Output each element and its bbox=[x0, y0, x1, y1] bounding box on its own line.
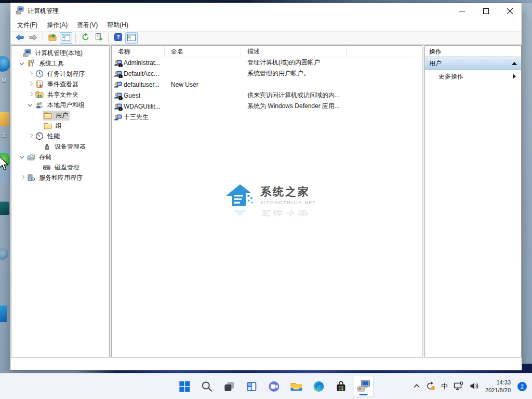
chevron-collapsed-icon[interactable] bbox=[27, 132, 34, 140]
up-one-level-icon bbox=[48, 33, 57, 43]
tree-item-groups[interactable]: 组 bbox=[11, 121, 109, 131]
user-disabled-icon: ↓ bbox=[114, 70, 122, 78]
back-icon bbox=[16, 34, 24, 43]
forward-button[interactable] bbox=[27, 32, 39, 44]
computer-management-icon bbox=[16, 6, 24, 16]
up-one-level-button[interactable] bbox=[46, 32, 59, 44]
chat-button[interactable] bbox=[263, 376, 284, 397]
user-icon bbox=[114, 113, 122, 122]
chevron-expanded-icon[interactable] bbox=[27, 101, 34, 109]
tree-item-users[interactable]: 用户 bbox=[11, 110, 109, 121]
user-disabled-icon: ↓ bbox=[114, 59, 122, 67]
user-row-shisan[interactable]: 十三先生 bbox=[112, 112, 422, 123]
disabled-arrow-badge: ↓ bbox=[118, 63, 123, 67]
column-header-full-name[interactable]: 全名 bbox=[165, 47, 241, 56]
actions-pane: 操作 用户 更多操作 bbox=[424, 45, 522, 357]
chevron-expanded-icon[interactable] bbox=[19, 60, 26, 67]
disabled-arrow-badge: ↓ bbox=[118, 74, 123, 78]
watermark-reflection: 系统之家XITONGZHIJIA.NET bbox=[225, 210, 316, 218]
tray-volume-icon[interactable] bbox=[470, 382, 480, 392]
refresh-icon bbox=[82, 33, 89, 43]
tree-item-task-scheduler[interactable]: 任务计划程序 bbox=[11, 69, 109, 79]
action-pane-toggle-icon bbox=[127, 34, 136, 43]
console-tree-pane: 计算机管理(本地) 系统工具 任务计划程序 bbox=[11, 45, 110, 357]
windows-logo-icon bbox=[178, 380, 191, 393]
chevron-collapsed-icon[interactable] bbox=[27, 91, 34, 98]
user-row-guest[interactable]: ↓Guest 供来宾访问计算机或访问域的内... bbox=[112, 90, 422, 101]
desktop-icon[interactable] bbox=[0, 248, 8, 260]
desktop-icon-label: 文 bbox=[1, 131, 7, 139]
export-list-icon bbox=[95, 33, 103, 43]
task-view-button[interactable] bbox=[219, 376, 240, 397]
user-row-administrator[interactable]: ↓Administrat... 管理计算机(域)的内置帐户 bbox=[112, 57, 422, 68]
user-row-defaultuser[interactable]: defaultuser... New User bbox=[112, 79, 422, 90]
tray-update-icon[interactable] bbox=[426, 381, 435, 392]
start-button[interactable] bbox=[174, 376, 195, 397]
ime-indicator[interactable]: 中 bbox=[441, 382, 448, 391]
menu-help[interactable]: 帮助(H) bbox=[102, 19, 133, 31]
widgets-icon bbox=[245, 380, 258, 393]
tree-item-computer-management-local[interactable]: 计算机管理(本地) bbox=[11, 48, 109, 58]
chevron-collapsed-icon[interactable] bbox=[27, 81, 34, 88]
desktop-icon[interactable] bbox=[0, 202, 9, 215]
menu-action[interactable]: 操作(A) bbox=[42, 19, 72, 31]
tree-item-event-viewer[interactable]: 事件查看器 bbox=[11, 79, 109, 89]
title-bar[interactable]: 计算机管理 bbox=[10, 3, 522, 19]
tree-item-shared-folders[interactable]: 共享文件夹 bbox=[11, 89, 109, 100]
svg-text:?: ? bbox=[116, 34, 119, 40]
refresh-button[interactable] bbox=[79, 32, 91, 44]
desktop-icon[interactable] bbox=[0, 112, 9, 126]
window-title: 计算机管理 bbox=[28, 7, 59, 16]
tree-item-local-users-and-groups[interactable]: 本地用户和组 bbox=[11, 100, 109, 110]
menu-bar: 文件(F) 操作(A) 查看(V) 帮助(H) bbox=[10, 19, 522, 31]
tree-item-disk-management[interactable]: 磁盘管理 bbox=[11, 162, 109, 172]
actions-group-users[interactable]: 用户 bbox=[425, 57, 521, 70]
taskbar-computer-management-button[interactable] bbox=[353, 376, 374, 397]
microsoft-store-button[interactable] bbox=[330, 376, 351, 397]
menu-file[interactable]: 文件(F) bbox=[12, 19, 42, 31]
task-view-icon bbox=[223, 380, 235, 393]
more-actions-item[interactable]: 更多操作 bbox=[425, 70, 521, 83]
export-list-button[interactable] bbox=[92, 32, 105, 44]
tray-time: 14:33 bbox=[485, 379, 511, 387]
show-hide-action-pane-button[interactable] bbox=[125, 32, 138, 44]
desktop-icon-label: M bbox=[2, 77, 6, 83]
mouse-cursor bbox=[0, 156, 10, 173]
desktop-icon[interactable] bbox=[0, 305, 7, 322]
user-row-wdagutility[interactable]: ↓WDAGUtilit... 系统为 Windows Defender 应用..… bbox=[112, 101, 422, 112]
close-button[interactable] bbox=[498, 3, 522, 19]
show-hide-console-tree-button[interactable] bbox=[60, 32, 72, 44]
collapse-group-icon[interactable] bbox=[512, 62, 517, 65]
maximize-button[interactable] bbox=[474, 3, 498, 19]
watermark-logo: 系统之家 XITONGZHIJIA.NET bbox=[225, 182, 316, 208]
edge-button[interactable] bbox=[308, 376, 329, 397]
tree-item-device-manager[interactable]: 设备管理器 bbox=[11, 141, 109, 152]
tree-item-storage[interactable]: 存储 bbox=[11, 152, 109, 162]
column-header-description[interactable]: 描述 bbox=[241, 47, 347, 56]
tree-item-system-tools[interactable]: 系统工具 bbox=[11, 58, 109, 69]
tree-item-performance[interactable]: 性能 bbox=[11, 131, 109, 141]
file-explorer-button[interactable] bbox=[286, 376, 307, 397]
toolbar-separator bbox=[75, 33, 76, 43]
toolbar: ? bbox=[10, 31, 522, 45]
chevron-expanded-icon[interactable] bbox=[19, 153, 26, 161]
user-row-defaultaccount[interactable]: ↓DefaultAcc... 系统管理的用户帐户。 bbox=[112, 68, 422, 79]
minimize-button[interactable] bbox=[450, 3, 474, 19]
tray-network-icon[interactable] bbox=[454, 381, 464, 392]
clock[interactable]: 14:33 2021/8/20 bbox=[485, 379, 511, 394]
column-header-name[interactable]: 名称 bbox=[112, 47, 165, 56]
search-button[interactable] bbox=[196, 376, 217, 397]
desktop: M 文 计算机管理 bbox=[0, 0, 532, 399]
widgets-button[interactable] bbox=[241, 376, 262, 397]
tray-chevron-up-icon[interactable] bbox=[413, 383, 420, 391]
chevron-collapsed-icon[interactable] bbox=[27, 70, 34, 77]
desktop-icon[interactable] bbox=[0, 56, 10, 72]
menu-view[interactable]: 查看(V) bbox=[72, 19, 102, 31]
help-button[interactable]: ? bbox=[112, 32, 124, 44]
user-disabled-icon: ↓ bbox=[114, 102, 122, 111]
notification-count-badge[interactable]: 2 bbox=[517, 382, 527, 391]
tree-item-services-and-applications[interactable]: 服务和应用程序 bbox=[11, 172, 109, 183]
back-button[interactable] bbox=[14, 32, 26, 44]
chevron-collapsed-icon[interactable] bbox=[19, 174, 26, 181]
watermark-title: 系统之家 bbox=[260, 184, 316, 199]
